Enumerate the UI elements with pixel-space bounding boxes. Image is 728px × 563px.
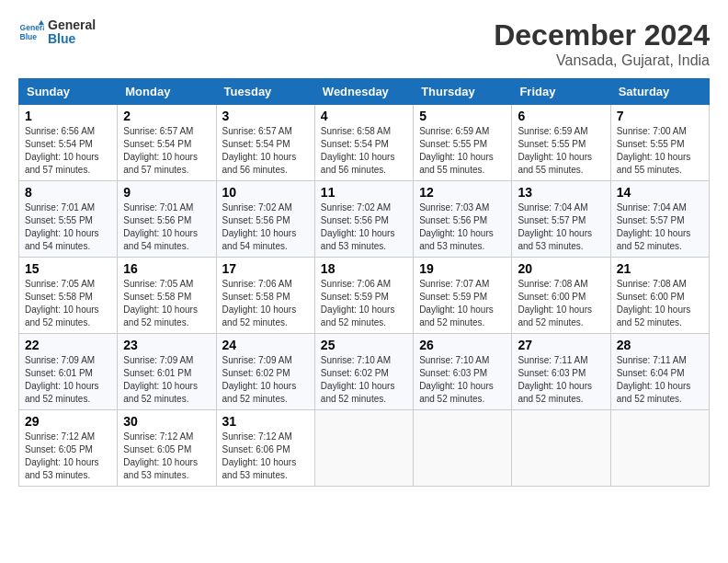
day-info: Sunrise: 7:04 AM Sunset: 5:57 PM Dayligh… [617, 201, 703, 253]
calendar-cell: 3Sunrise: 6:57 AM Sunset: 5:54 PM Daylig… [216, 105, 314, 181]
logo-general: General [48, 17, 96, 32]
calendar-cell: 28Sunrise: 7:11 AM Sunset: 6:04 PM Dayli… [610, 334, 709, 410]
calendar-cell: 22Sunrise: 7:09 AM Sunset: 6:01 PM Dayli… [19, 334, 118, 410]
logo-icon: General Blue [18, 19, 44, 45]
calendar-week-row: 22Sunrise: 7:09 AM Sunset: 6:01 PM Dayli… [19, 334, 710, 410]
logo-blue: Blue [48, 31, 75, 46]
day-number: 10 [222, 185, 309, 200]
calendar-cell: 10Sunrise: 7:02 AM Sunset: 5:56 PM Dayli… [216, 181, 314, 258]
calendar-cell: 29Sunrise: 7:12 AM Sunset: 6:05 PM Dayli… [19, 410, 118, 487]
calendar-cell: 25Sunrise: 7:10 AM Sunset: 6:02 PM Dayli… [314, 334, 413, 410]
calendar-cell [610, 410, 709, 487]
day-info: Sunrise: 7:01 AM Sunset: 5:56 PM Dayligh… [123, 201, 210, 253]
calendar-cell: 31Sunrise: 7:12 AM Sunset: 6:06 PM Dayli… [216, 410, 314, 487]
col-saturday: Saturday [610, 79, 709, 105]
day-number: 30 [123, 414, 210, 429]
calendar-week-row: 8Sunrise: 7:01 AM Sunset: 5:55 PM Daylig… [19, 181, 710, 258]
day-number: 13 [518, 185, 604, 200]
calendar-cell [314, 410, 413, 487]
col-monday: Monday [118, 79, 216, 105]
calendar-cell: 16Sunrise: 7:05 AM Sunset: 5:58 PM Dayli… [118, 258, 216, 334]
calendar-body: 1Sunrise: 6:56 AM Sunset: 5:54 PM Daylig… [19, 105, 710, 487]
calendar-cell [414, 410, 512, 487]
day-info: Sunrise: 7:12 AM Sunset: 6:05 PM Dayligh… [25, 431, 111, 482]
day-number: 2 [123, 109, 210, 123]
day-info: Sunrise: 7:02 AM Sunset: 5:56 PM Dayligh… [321, 201, 407, 253]
day-info: Sunrise: 7:06 AM Sunset: 5:58 PM Dayligh… [222, 278, 309, 329]
day-number: 23 [123, 338, 210, 352]
day-number: 25 [321, 338, 407, 352]
day-number: 4 [321, 109, 407, 123]
day-info: Sunrise: 7:12 AM Sunset: 6:05 PM Dayligh… [123, 431, 210, 482]
calendar-cell: 5Sunrise: 6:59 AM Sunset: 5:55 PM Daylig… [414, 105, 512, 181]
calendar-cell: 23Sunrise: 7:09 AM Sunset: 6:01 PM Dayli… [118, 334, 216, 410]
calendar-week-row: 15Sunrise: 7:05 AM Sunset: 5:58 PM Dayli… [19, 258, 710, 334]
day-number: 28 [617, 338, 703, 352]
day-info: Sunrise: 7:05 AM Sunset: 5:58 PM Dayligh… [25, 278, 111, 329]
col-tuesday: Tuesday [216, 79, 314, 105]
calendar-cell: 9Sunrise: 7:01 AM Sunset: 5:56 PM Daylig… [118, 181, 216, 258]
day-info: Sunrise: 7:10 AM Sunset: 6:02 PM Dayligh… [321, 354, 407, 406]
day-info: Sunrise: 7:12 AM Sunset: 6:06 PM Dayligh… [222, 431, 309, 482]
day-number: 15 [25, 261, 111, 276]
day-info: Sunrise: 6:59 AM Sunset: 5:55 PM Dayligh… [518, 125, 604, 177]
day-number: 1 [25, 109, 111, 123]
calendar-cell: 1Sunrise: 6:56 AM Sunset: 5:54 PM Daylig… [19, 105, 118, 181]
calendar-cell: 14Sunrise: 7:04 AM Sunset: 5:57 PM Dayli… [610, 181, 709, 258]
calendar-cell: 24Sunrise: 7:09 AM Sunset: 6:02 PM Dayli… [216, 334, 314, 410]
day-number: 19 [419, 261, 506, 276]
day-number: 22 [25, 338, 111, 352]
logo: General Blue General Blue [18, 18, 96, 47]
svg-text:Blue: Blue [20, 32, 38, 41]
calendar-cell: 6Sunrise: 6:59 AM Sunset: 5:55 PM Daylig… [512, 105, 610, 181]
logo-text: General Blue [48, 18, 96, 47]
day-info: Sunrise: 6:59 AM Sunset: 5:55 PM Dayligh… [419, 125, 506, 177]
day-info: Sunrise: 6:57 AM Sunset: 5:54 PM Dayligh… [222, 125, 309, 177]
calendar-cell: 21Sunrise: 7:08 AM Sunset: 6:00 PM Dayli… [610, 258, 709, 334]
calendar-cell: 12Sunrise: 7:03 AM Sunset: 5:56 PM Dayli… [414, 181, 512, 258]
col-thursday: Thursday [414, 79, 512, 105]
calendar-cell: 2Sunrise: 6:57 AM Sunset: 5:54 PM Daylig… [118, 105, 216, 181]
day-number: 20 [518, 261, 604, 276]
calendar-cell: 26Sunrise: 7:10 AM Sunset: 6:03 PM Dayli… [414, 334, 512, 410]
calendar-cell: 8Sunrise: 7:01 AM Sunset: 5:55 PM Daylig… [19, 181, 118, 258]
day-info: Sunrise: 7:01 AM Sunset: 5:55 PM Dayligh… [25, 201, 111, 253]
calendar-header-row: Sunday Monday Tuesday Wednesday Thursday… [19, 79, 710, 105]
calendar-cell: 17Sunrise: 7:06 AM Sunset: 5:58 PM Dayli… [216, 258, 314, 334]
day-number: 21 [617, 261, 703, 276]
day-info: Sunrise: 7:00 AM Sunset: 5:55 PM Dayligh… [617, 125, 703, 177]
day-number: 26 [419, 338, 506, 352]
day-info: Sunrise: 7:04 AM Sunset: 5:57 PM Dayligh… [518, 201, 604, 253]
day-number: 18 [321, 261, 407, 276]
day-info: Sunrise: 7:05 AM Sunset: 5:58 PM Dayligh… [123, 278, 210, 329]
day-number: 7 [617, 109, 703, 123]
day-info: Sunrise: 7:09 AM Sunset: 6:02 PM Dayligh… [222, 354, 309, 406]
calendar-cell: 30Sunrise: 7:12 AM Sunset: 6:05 PM Dayli… [118, 410, 216, 487]
day-info: Sunrise: 7:06 AM Sunset: 5:59 PM Dayligh… [321, 278, 407, 329]
title-block: December 2024 Vansada, Gujarat, India [494, 18, 710, 69]
calendar-cell: 18Sunrise: 7:06 AM Sunset: 5:59 PM Dayli… [314, 258, 413, 334]
calendar-cell: 4Sunrise: 6:58 AM Sunset: 5:54 PM Daylig… [314, 105, 413, 181]
day-number: 11 [321, 185, 407, 200]
page-header: General Blue General Blue December 2024 … [18, 18, 710, 69]
calendar-cell: 20Sunrise: 7:08 AM Sunset: 6:00 PM Dayli… [512, 258, 610, 334]
day-number: 5 [419, 109, 506, 123]
day-info: Sunrise: 7:07 AM Sunset: 5:59 PM Dayligh… [419, 278, 506, 329]
day-info: Sunrise: 6:57 AM Sunset: 5:54 PM Dayligh… [123, 125, 210, 177]
day-info: Sunrise: 7:09 AM Sunset: 6:01 PM Dayligh… [25, 354, 111, 406]
day-number: 12 [419, 185, 506, 200]
calendar-subtitle: Vansada, Gujarat, India [494, 52, 710, 69]
day-number: 8 [25, 185, 111, 200]
day-info: Sunrise: 7:11 AM Sunset: 6:03 PM Dayligh… [518, 354, 604, 406]
calendar-cell [512, 410, 610, 487]
day-info: Sunrise: 7:03 AM Sunset: 5:56 PM Dayligh… [419, 201, 506, 253]
day-info: Sunrise: 7:08 AM Sunset: 6:00 PM Dayligh… [518, 278, 604, 329]
day-info: Sunrise: 7:08 AM Sunset: 6:00 PM Dayligh… [617, 278, 703, 329]
calendar-week-row: 29Sunrise: 7:12 AM Sunset: 6:05 PM Dayli… [19, 410, 710, 487]
day-number: 24 [222, 338, 309, 352]
day-info: Sunrise: 7:10 AM Sunset: 6:03 PM Dayligh… [419, 354, 506, 406]
day-number: 9 [123, 185, 210, 200]
day-number: 3 [222, 109, 309, 123]
day-info: Sunrise: 7:02 AM Sunset: 5:56 PM Dayligh… [222, 201, 309, 253]
day-info: Sunrise: 6:56 AM Sunset: 5:54 PM Dayligh… [25, 125, 111, 177]
